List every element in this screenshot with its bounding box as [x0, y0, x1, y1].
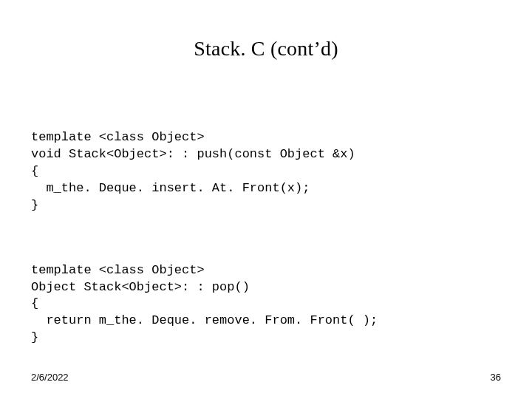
code-line: void Stack<Object>: : push(const Object … [31, 147, 355, 161]
code-line: } [31, 330, 38, 344]
code-line: { [31, 164, 38, 178]
footer: 2/6/2022 36 [31, 372, 501, 383]
code-block-pop: template <class Object> Object Stack<Obj… [31, 245, 502, 347]
footer-page-number: 36 [491, 372, 501, 383]
code-line: } [31, 198, 38, 212]
footer-date: 2/6/2022 [31, 372, 69, 383]
slide: Stack. C (cont’d) template <class Object… [0, 0, 532, 399]
code-line: template <class Object> [31, 263, 205, 277]
code-line: { [31, 296, 38, 310]
code-line: m_the. Deque. insert. At. Front(x); [31, 181, 310, 195]
code-line: Object Stack<Object>: : pop() [31, 280, 250, 294]
slide-title: Stack. C (cont’d) [30, 37, 502, 61]
code-line: return m_the. Deque. remove. From. Front… [31, 313, 378, 327]
code-line: template <class Object> [31, 130, 205, 144]
block-gap [30, 214, 502, 245]
code-block-push: template <class Object> void Stack<Objec… [31, 112, 502, 214]
